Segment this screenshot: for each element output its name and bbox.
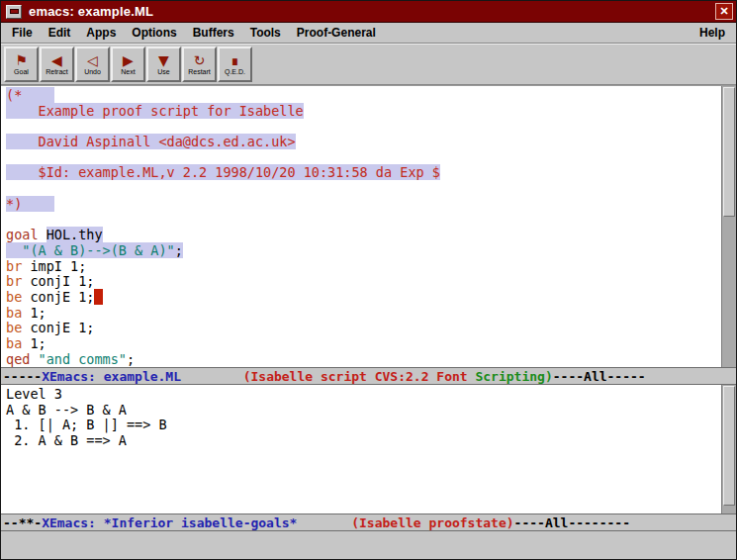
close-button[interactable]: ✕ [715, 3, 733, 20]
code-line: David Aspinall <da@dcs.ed.ac.uk> [6, 135, 721, 150]
code-line: ba 1; [6, 336, 721, 352]
close-icon: ✕ [719, 5, 728, 18]
menu-item-apps[interactable]: Apps [78, 24, 124, 42]
goals-scrollbar-thumb[interactable] [723, 386, 735, 506]
code-span [6, 242, 22, 258]
toolbar-button-label: Use [157, 68, 169, 76]
toolbar-button-label: Undo [84, 68, 101, 76]
code-span: conjE 1; [22, 320, 94, 335]
retract-button[interactable]: ◀Retract [40, 47, 74, 82]
code-span: be [6, 320, 22, 335]
goals-line: 1. [| A; B |] ==> B [6, 418, 721, 433]
code-line: *) [6, 197, 721, 213]
window-menu-icon[interactable] [6, 5, 22, 19]
code-line [6, 119, 721, 135]
goals-line: 2. A & B ==> A [6, 433, 721, 449]
script-window: (* Example proof script for Isabelle Dav… [1, 85, 736, 367]
code-line: qed "and_comms"; [6, 352, 721, 367]
code-span [39, 227, 46, 242]
toolbar-button-label: Restart [188, 68, 211, 76]
code-span: (* [6, 87, 54, 103]
code-span: conjI 1; [22, 273, 94, 289]
code-line: be conjE 1; [6, 321, 721, 336]
use-button[interactable]: ▼Use [146, 47, 181, 82]
modeline-segment: --**- [3, 515, 42, 530]
window-title: emacs: example.ML [29, 4, 715, 19]
qed-button[interactable]: ∎Q.E.D. [218, 47, 252, 82]
undo-button[interactable]: ◁Undo [75, 47, 110, 82]
code-span: impI 1; [22, 258, 86, 274]
code-span: ; [127, 351, 135, 367]
titlebar: emacs: example.ML ✕ [1, 1, 736, 23]
code-span: ba [6, 305, 22, 321]
toolbar-button-label: Retract [46, 68, 68, 76]
modeline-segment: ----All----- [553, 369, 646, 384]
modeline-segment: Scripting [475, 369, 544, 384]
code-line [6, 181, 721, 197]
code-line: br impI 1; [6, 259, 721, 275]
code-span [30, 351, 38, 367]
modeline-segment [181, 369, 243, 384]
code-span: be [6, 289, 22, 305]
menu-item-proof-general[interactable]: Proof-General [289, 24, 384, 42]
code-span: HOL.thy [46, 227, 103, 242]
modeline-segment: (Isabelle proofstate) [351, 515, 513, 530]
qed-icon: ∎ [230, 52, 239, 68]
menu-items: FileEditAppsOptionsBuffersToolsProof-Gen… [4, 26, 384, 40]
toolbar-button-label: Next [121, 68, 135, 76]
menu-item-options[interactable]: Options [124, 24, 184, 42]
goals-buffer[interactable]: Level 3A & B --> B & A 1. [| A; B |] ==>… [1, 385, 721, 513]
code-span: 1; [22, 305, 46, 321]
modeline-segment: ----- [3, 369, 42, 384]
goal-button[interactable]: ⚑Goal [4, 47, 39, 82]
code-line [6, 213, 721, 229]
menu-item-tools[interactable]: Tools [242, 24, 289, 42]
goals-line: Level 3 [6, 387, 721, 403]
code-span: $Id: example.ML,v 2.2 1998/10/20 10:31:5… [6, 164, 440, 180]
code-span: goal [6, 227, 39, 242]
code-span: *) [6, 196, 54, 212]
toolbar-button-label: Goal [14, 68, 29, 76]
modeline-segment: XEmacs: example.ML [42, 369, 181, 384]
restart-icon: ↻ [194, 52, 206, 68]
modeline-segment [297, 515, 351, 530]
code-line: "(A & B)-->(B & A)"; [6, 243, 721, 259]
script-scrollbar[interactable] [721, 86, 736, 367]
code-line: (* [6, 88, 721, 104]
code-line: ba 1; [6, 306, 721, 322]
code-span: ; [175, 242, 183, 258]
menu-bar: FileEditAppsOptionsBuffersToolsProof-Gen… [1, 23, 736, 44]
toolbar: ⚑Goal◀Retract◁Undo▶Next▼Use↻Restart∎Q.E.… [1, 44, 736, 85]
next-icon: ▶ [123, 52, 134, 68]
code-span: conjE 1; [22, 289, 94, 305]
restart-button[interactable]: ↻Restart [182, 47, 217, 82]
menu-item-help[interactable]: Help [691, 24, 733, 42]
modeline-goals: --**-XEmacs: *Inferior isabelle-goals* (… [1, 513, 736, 531]
menu-item-edit[interactable]: Edit [41, 24, 79, 42]
menu-item-buffers[interactable]: Buffers [185, 24, 242, 42]
modeline-segment: XEmacs: *Inferior isabelle-goals* [42, 515, 297, 530]
code-line: goal HOL.thy [6, 228, 721, 243]
code-line: Example proof script for Isabelle [6, 104, 721, 120]
toolbar-button-label: Q.E.D. [225, 68, 245, 76]
code-span: br [6, 273, 22, 289]
code-span: "and_comms" [39, 351, 127, 367]
code-span: qed [6, 351, 30, 367]
menu-right: Help [691, 26, 733, 40]
goals-scrollbar[interactable] [721, 385, 736, 513]
undo-icon: ◁ [87, 52, 98, 68]
use-icon: ▼ [158, 52, 169, 68]
modeline-segment: ----All-------- [514, 515, 630, 530]
code-span: ba [6, 335, 22, 351]
window-menu-glyph [10, 9, 19, 14]
minibuffer[interactable] [1, 531, 736, 559]
next-button[interactable]: ▶Next [111, 47, 145, 82]
code-line: be conjE 1; [6, 290, 721, 306]
script-scrollbar-thumb[interactable] [723, 87, 735, 217]
code-line: $Id: example.ML,v 2.2 1998/10/20 10:31:5… [6, 165, 721, 181]
modeline-segment: ) [545, 369, 553, 384]
script-buffer[interactable]: (* Example proof script for Isabelle Dav… [1, 86, 721, 367]
goals-window: Level 3A & B --> B & A 1. [| A; B |] ==>… [1, 385, 736, 513]
code-span: "(A & B)-->(B & A)" [22, 242, 174, 258]
menu-item-file[interactable]: File [4, 24, 41, 42]
